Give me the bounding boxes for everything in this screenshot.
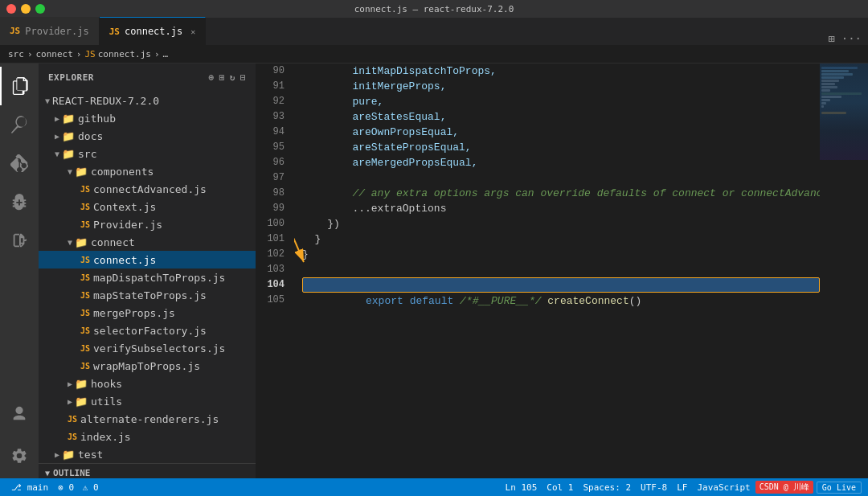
activity-extensions[interactable] [0,221,39,260]
folder-icon: 📁 [62,148,75,160]
status-branch[interactable]: ⎇ main [6,482,53,493]
connectAdvanced-label: connectAdvanced.js [93,183,207,195]
folder-icon: 📁 [75,166,88,178]
docs-label: docs [78,130,103,142]
refresh-button[interactable]: ↻ [230,72,235,83]
minimize-button[interactable] [21,4,31,14]
folder-icon: 📁 [75,378,88,390]
tree-item-connect-js[interactable]: JS connect.js [39,251,256,268]
tree-item-mapState[interactable]: JS mapStateToProps.js [39,286,256,304]
tree-item-docs[interactable]: ▶ 📁 docs [39,127,256,145]
split-editor-button[interactable]: ⊞ [828,32,834,45]
main-layout: EXPLORER ⊕ ⊞ ↻ ⊟ ▼ REACT-REDUX-7.2.0 ▶ 📁… [0,64,868,478]
mapState-label: mapStateToProps.js [93,289,207,301]
code-line-90: initMapDispatchToProps, [302,64,820,79]
sidebar-header-actions: ⊕ ⊞ ↻ ⊟ [209,72,247,83]
folder-icon: 📁 [62,449,75,461]
tab-bar: JS Provider.js JS connect.js ✕ ⊞ ··· [0,18,868,46]
tree-item-mapDispatch[interactable]: JS mapDispatchToProps.js [39,268,256,286]
tree-item-src[interactable]: ▼ 📁 src [39,145,256,162]
new-file-button[interactable]: ⊕ [209,72,215,83]
status-errors[interactable]: ⊗ 0 ⚠ 0 [53,482,103,493]
activity-account[interactable] [0,395,39,433]
tree-item-provider[interactable]: JS Provider.js [39,215,256,233]
tree-item-github[interactable]: ▶ 📁 github [39,109,256,127]
test-label: test [78,449,103,461]
tree-item-alternate[interactable]: JS alternate-renderers.js [39,410,256,428]
tab-provider[interactable]: JS Provider.js [0,17,100,45]
tree-item-components[interactable]: ▼ 📁 components [39,162,256,180]
activity-settings[interactable] [0,437,39,475]
window-title: connect.js — react-redux-7.2.0 [354,4,514,14]
activity-search[interactable] [0,105,39,144]
selectorFactory-label: selectorFactory.js [93,325,207,337]
tree-item-connectAdvanced[interactable]: JS connectAdvanced.js [39,180,256,198]
code-line-91: initMergeProps, [302,79,820,94]
tab-provider-label: Provider.js [25,26,88,37]
folder-icon: 📁 [62,130,75,142]
tree-item-wrapMapToProps[interactable]: JS wrapMapToProps.js [39,357,256,375]
maximize-button[interactable] [35,4,45,14]
outline-section: ▼ OUTLINE ⊙ createConnect ⊙ connect ○ ge… [39,463,256,478]
js-icon: JS [10,26,20,36]
tree-item-mergeProps[interactable]: JS mergeProps.js [39,304,256,322]
activity-debug[interactable] [0,182,39,221]
tree-item-selectorFactory[interactable]: JS selectorFactory.js [39,322,256,339]
connect-folder-label: connect [91,236,135,248]
mergeProps-label: mergeProps.js [93,307,175,319]
tab-connect[interactable]: JS connect.js ✕ [100,17,207,45]
collapse-all-button[interactable]: ⊟ [240,72,246,83]
breadcrumb-file[interactable]: connect.js [98,49,151,59]
more-actions-button[interactable]: ··· [841,32,862,45]
new-folder-button[interactable]: ⊞ [219,72,225,83]
context-label: Context.js [93,201,156,213]
mapDispatch-label: mapDispatchToProps.js [93,272,225,284]
tree-item-connect-folder[interactable]: ▼ 📁 connect [39,233,256,251]
components-label: components [91,166,154,178]
breadcrumb-js: JS [84,49,95,59]
provider-label: Provider.js [93,219,162,231]
line-numbers: 90 91 92 93 94 95 96 97 98 99 100 101 10… [256,64,294,478]
status-encoding[interactable]: UTF-8 [636,482,672,493]
expand-arrow: ▼ [45,96,50,105]
close-button[interactable] [6,4,16,14]
code-line-96: areMergedPropsEqual, [302,155,820,170]
go-live-button[interactable]: Go Live [817,482,862,494]
status-col[interactable]: Col 1 [542,482,578,493]
code-content[interactable]: initMapDispatchToProps, initMergeProps, … [294,64,820,478]
breadcrumb-src[interactable]: src [8,49,24,59]
tree-item-hooks[interactable]: ▶ 📁 hooks [39,375,256,392]
outline-label[interactable]: ▼ OUTLINE [39,464,256,478]
code-line-98: // any extra options args can override d… [302,186,820,201]
status-language[interactable]: JavaScript [692,482,755,493]
tab-close-icon[interactable]: ✕ [190,27,195,36]
tree-root[interactable]: ▼ REACT-REDUX-7.2.0 [39,92,256,109]
activity-bar [0,64,39,478]
utils-label: utils [91,396,122,408]
tree-item-context[interactable]: JS Context.js [39,198,256,215]
code-line-97 [302,170,820,186]
git-branch-icon: ⎇ [11,482,22,493]
activity-git[interactable] [0,144,39,182]
warning-icon: ⚠ [83,482,88,493]
code-line-94: areOwnPropsEqual, [302,125,820,140]
breadcrumb-connect[interactable]: connect [36,49,73,59]
status-line[interactable]: Ln 105 [501,482,542,493]
csdn-badge: CSDN @ 川峰 [755,481,813,494]
tree-item-utils[interactable]: ▶ 📁 utils [39,392,256,410]
error-icon: ⊗ [58,482,63,493]
folder-icon: 📁 [62,113,75,125]
activity-explorer[interactable] [0,67,39,105]
tree-item-index[interactable]: JS index.js [39,428,256,445]
status-line-ending[interactable]: LF [672,482,692,493]
breadcrumb-more[interactable]: … [163,49,169,59]
tree-item-verifySubselectors[interactable]: JS verifySubselectors.js [39,339,256,357]
tree-item-test[interactable]: ▶ 📁 test [39,445,256,463]
github-label: github [78,113,116,125]
status-spaces[interactable]: Spaces: 2 [578,482,636,493]
verifySubselectors-label: verifySubselectors.js [93,342,225,355]
code-line-102: } [302,247,820,262]
hooks-label: hooks [91,378,122,390]
folder-icon: 📁 [75,396,88,408]
code-line-104: export default /*#__PURE__*/ createConne… [302,277,820,293]
